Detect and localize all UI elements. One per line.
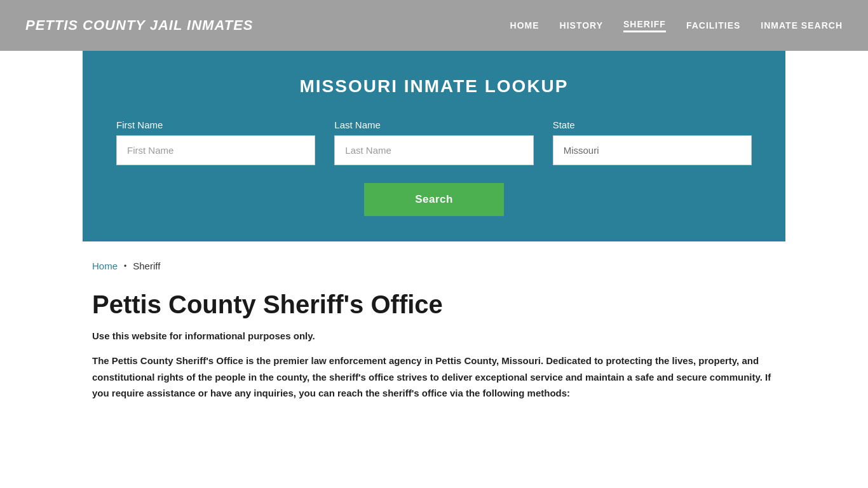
search-fields: First Name Last Name State	[116, 119, 752, 165]
site-logo: PETTIS COUNTY JAIL INMATES	[25, 17, 253, 34]
breadcrumb-home-link[interactable]: Home	[92, 261, 118, 271]
page-title: Pettis County Sheriff's Office	[92, 290, 776, 319]
page-subtitle: Use this website for informational purpo…	[92, 330, 776, 341]
nav-inmate-search[interactable]: INMATE SEARCH	[761, 20, 843, 30]
state-label: State	[553, 119, 752, 130]
main-content: Home • Sheriff Pettis County Sheriff's O…	[0, 241, 868, 427]
search-button[interactable]: Search	[364, 183, 504, 216]
state-field-group: State	[553, 119, 752, 165]
last-name-label: Last Name	[334, 119, 533, 130]
first-name-label: First Name	[116, 119, 315, 130]
last-name-field-group: Last Name	[334, 119, 533, 165]
breadcrumb-current-page: Sheriff	[133, 261, 160, 271]
breadcrumb-separator: •	[124, 262, 126, 271]
site-header: PETTIS COUNTY JAIL INMATES HOME HISTORY …	[0, 0, 868, 51]
search-section: MISSOURI INMATE LOOKUP First Name Last N…	[83, 51, 785, 241]
first-name-field-group: First Name	[116, 119, 315, 165]
main-nav: HOME HISTORY SHERIFF FACILITIES INMATE S…	[510, 19, 843, 32]
breadcrumb: Home • Sheriff	[92, 261, 776, 271]
nav-facilities[interactable]: FACILITIES	[686, 20, 740, 30]
search-section-title: MISSOURI INMATE LOOKUP	[299, 76, 568, 97]
nav-sheriff[interactable]: SHERIFF	[623, 19, 666, 32]
first-name-input[interactable]	[116, 135, 315, 165]
page-description: The Pettis County Sheriff's Office is th…	[92, 353, 776, 402]
state-input[interactable]	[553, 135, 752, 165]
nav-home[interactable]: HOME	[510, 20, 539, 30]
nav-history[interactable]: HISTORY	[560, 20, 603, 30]
last-name-input[interactable]	[334, 135, 533, 165]
